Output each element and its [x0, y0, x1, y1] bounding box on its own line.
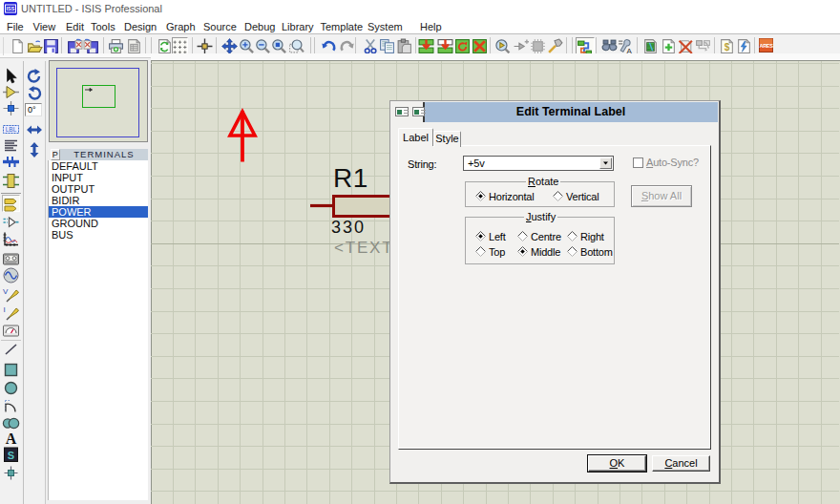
svg-text:I: I	[4, 305, 6, 314]
svg-text:S: S	[8, 450, 14, 461]
svg-text:$: $	[724, 42, 730, 52]
svg-text:A: A	[6, 430, 17, 447]
svg-text:LBL: LBL	[6, 126, 17, 133]
svg-text:ISS: ISS	[7, 6, 15, 11]
svg-text:V: V	[3, 287, 9, 296]
svg-text:ARES: ARES	[759, 43, 772, 49]
